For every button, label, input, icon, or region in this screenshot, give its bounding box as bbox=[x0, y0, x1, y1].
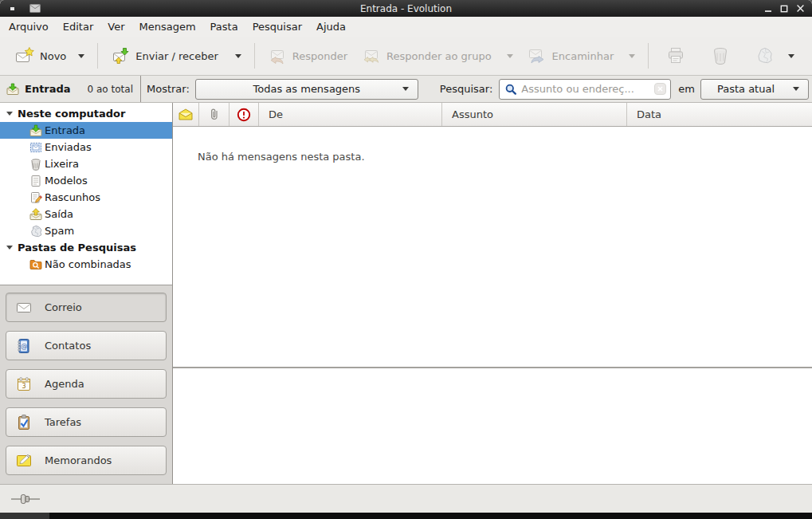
search-box[interactable] bbox=[499, 79, 671, 100]
send-receive-icon bbox=[111, 46, 130, 65]
maximize-icon[interactable] bbox=[779, 3, 790, 14]
toolbar-overflow-button[interactable] bbox=[783, 49, 799, 63]
expander-icon[interactable] bbox=[6, 112, 13, 116]
menu-mensagem[interactable]: Mensagem bbox=[132, 18, 203, 35]
folder-enviadas[interactable]: Enviadas bbox=[0, 139, 172, 155]
switcher-tarefas-button[interactable]: Tarefas bbox=[6, 407, 167, 437]
send-receive-button[interactable]: Enviar / receber bbox=[104, 41, 249, 70]
search-input[interactable] bbox=[521, 83, 650, 95]
send-receive-dropdown-arrow-icon[interactable] bbox=[235, 54, 241, 58]
memos-icon bbox=[15, 452, 33, 470]
reply-group-dropdown-arrow-icon[interactable] bbox=[507, 54, 513, 58]
folder-group-label: Neste computador bbox=[18, 108, 125, 120]
priority-icon bbox=[237, 108, 251, 122]
search-label: Pesquisar: bbox=[440, 83, 493, 95]
sent-icon bbox=[29, 141, 42, 154]
folder-saida[interactable]: Saída bbox=[0, 206, 172, 222]
menu-pasta[interactable]: Pasta bbox=[203, 18, 245, 35]
menu-ajuda[interactable]: Ajuda bbox=[309, 18, 353, 35]
menu-editar[interactable]: Editar bbox=[56, 18, 101, 35]
message-list[interactable]: Não há mensagens nesta pasta. bbox=[173, 127, 812, 367]
new-button[interactable]: Novo bbox=[8, 41, 92, 70]
expander-icon[interactable] bbox=[6, 246, 13, 250]
folder-entrada[interactable]: Entrada bbox=[0, 122, 172, 139]
window-title: Entrada - Evolution bbox=[0, 3, 812, 14]
folder-modelos[interactable]: Modelos bbox=[0, 172, 172, 189]
tasks-icon bbox=[15, 414, 33, 431]
folder-spam[interactable]: Spam bbox=[0, 222, 172, 239]
reply-button[interactable]: Responder bbox=[261, 41, 355, 70]
new-button-label: Novo bbox=[40, 50, 66, 62]
message-count: 0 ao total bbox=[88, 84, 133, 95]
column-priority[interactable] bbox=[229, 103, 259, 126]
inbox-icon bbox=[6, 83, 19, 96]
current-folder-header: Entrada 0 ao total bbox=[0, 76, 141, 102]
junk-icon bbox=[755, 46, 775, 65]
column-mail-status[interactable] bbox=[173, 103, 199, 126]
switcher-contatos-button[interactable]: @ Contatos bbox=[6, 331, 167, 360]
show-filter-value: Todas as mensagens bbox=[253, 83, 361, 95]
toolbar: Novo Enviar / receber Responder Responde… bbox=[0, 37, 812, 76]
folder-label: Modelos bbox=[45, 175, 88, 187]
minimize-icon[interactable] bbox=[763, 3, 774, 14]
forward-button[interactable]: Encaminhar bbox=[520, 41, 643, 70]
column-attachment[interactable] bbox=[199, 103, 229, 126]
delete-button[interactable] bbox=[705, 41, 736, 70]
menu-ver[interactable]: Ver bbox=[100, 18, 131, 35]
toolbar-overflow-icon bbox=[788, 54, 794, 58]
component-switcher: Correio @ Contatos 3 Agenda Tarefas Memo… bbox=[0, 285, 172, 484]
reply-group-label: Responder ao grupo bbox=[386, 50, 492, 62]
outbox-icon bbox=[29, 208, 42, 221]
junk-button[interactable] bbox=[750, 41, 780, 70]
template-icon bbox=[29, 175, 42, 187]
clear-search-icon[interactable] bbox=[654, 83, 666, 95]
folder-group-neste-computador[interactable]: Neste computador bbox=[0, 105, 172, 122]
column-from[interactable]: De bbox=[259, 103, 442, 126]
column-subject[interactable]: Assunto bbox=[442, 103, 627, 126]
column-date[interactable]: Data bbox=[627, 103, 812, 126]
titlebar[interactable]: Entrada - Evolution bbox=[0, 0, 812, 17]
empty-folder-message: Não há mensagens nesta pasta. bbox=[173, 127, 812, 163]
folder-lixeira[interactable]: Lixeira bbox=[0, 155, 172, 172]
forward-dropdown-arrow-icon[interactable] bbox=[629, 54, 635, 58]
trash-icon bbox=[29, 158, 42, 171]
toolbar-separator bbox=[254, 43, 255, 69]
folder-label: Spam bbox=[45, 225, 74, 237]
folder-label: Enviadas bbox=[45, 141, 92, 153]
search-icon[interactable] bbox=[504, 83, 517, 96]
menu-arquivo[interactable]: Arquivo bbox=[2, 18, 56, 35]
new-dropdown-arrow-icon[interactable] bbox=[78, 54, 84, 58]
folder-label: Rascunhos bbox=[45, 191, 100, 203]
in-label: em bbox=[678, 83, 695, 95]
show-filter-dropdown[interactable]: Todas as mensagens bbox=[195, 79, 418, 100]
folder-nao-combinadas[interactable]: Não combinadas bbox=[0, 256, 172, 273]
inbox-icon bbox=[29, 124, 42, 137]
reply-group-button[interactable]: Responder ao grupo bbox=[355, 41, 520, 70]
switcher-memorandos-button[interactable]: Memorandos bbox=[6, 446, 167, 475]
reply-label: Responder bbox=[292, 50, 347, 62]
preview-pane bbox=[173, 368, 812, 484]
switcher-label: Tarefas bbox=[45, 416, 81, 428]
forward-label: Encaminhar bbox=[552, 50, 614, 62]
toolbar-separator bbox=[97, 43, 98, 69]
switcher-agenda-button[interactable]: 3 Agenda bbox=[6, 369, 167, 399]
print-icon bbox=[666, 46, 685, 65]
toolbar-separator bbox=[648, 43, 649, 69]
online-status-plug-icon[interactable] bbox=[10, 493, 41, 505]
search-folder-icon bbox=[29, 258, 42, 271]
show-label: Mostrar: bbox=[147, 83, 190, 95]
switcher-correio-button[interactable]: Correio bbox=[6, 293, 167, 322]
window-body: Neste computador Entrada Enviadas Lixeir… bbox=[0, 103, 812, 484]
folder-group-pastas-de-pesquisas[interactable]: Pastas de Pesquisas bbox=[0, 239, 172, 256]
close-icon[interactable] bbox=[794, 3, 806, 14]
search-scope-dropdown[interactable]: Pasta atual bbox=[700, 79, 809, 100]
send-receive-label: Enviar / receber bbox=[135, 50, 218, 62]
folder-label: Lixeira bbox=[45, 158, 79, 170]
menu-pesquisar[interactable]: Pesquisar bbox=[245, 18, 309, 35]
switcher-label: Correio bbox=[45, 301, 82, 313]
search-scope-value: Pasta atual bbox=[717, 83, 775, 95]
reply-icon bbox=[268, 46, 287, 65]
show-dropdown-arrow-icon bbox=[402, 87, 409, 91]
print-button[interactable] bbox=[661, 41, 691, 70]
folder-rascunhos[interactable]: Rascunhos bbox=[0, 189, 172, 206]
